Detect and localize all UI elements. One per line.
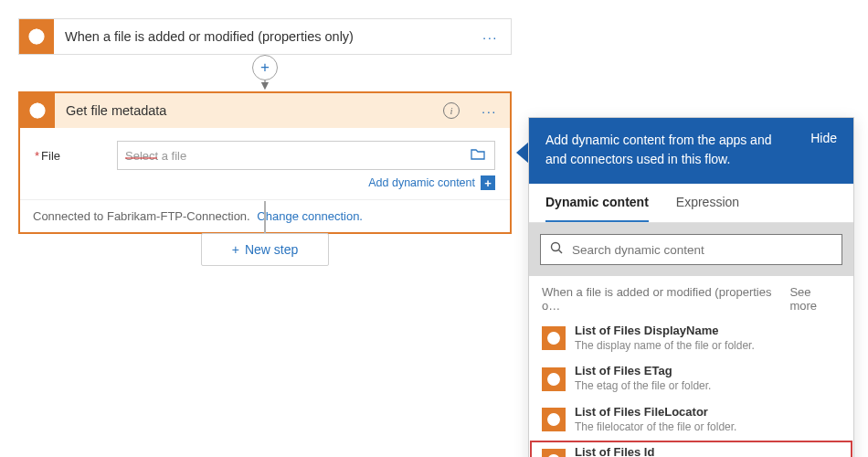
- file-input-container: [117, 141, 495, 170]
- flyout-header: Add dynamic content from the apps and an…: [529, 118, 853, 184]
- token-item-etag[interactable]: List of Files ETag The etag of the file …: [529, 358, 853, 399]
- connector-line: [264, 201, 266, 238]
- token-item-displayname[interactable]: List of Files DisplayName The display na…: [529, 318, 853, 358]
- hide-flyout-link[interactable]: Hide: [810, 131, 837, 169]
- ftp-connector-icon: [542, 326, 566, 350]
- svg-line-7: [559, 250, 563, 254]
- change-connection-link[interactable]: Change connection.: [257, 209, 363, 223]
- action-title: Get file metadata: [55, 103, 443, 118]
- ftp-connector-icon: [542, 408, 566, 431]
- search-icon: [550, 241, 563, 258]
- search-input[interactable]: [572, 243, 832, 257]
- info-icon[interactable]: i: [443, 102, 460, 119]
- file-field-label: *File: [35, 149, 108, 163]
- add-dynamic-content-link[interactable]: Add dynamic content +: [35, 170, 495, 190]
- ftp-connector-icon: [20, 93, 55, 128]
- tab-expression[interactable]: Expression: [676, 184, 739, 222]
- spellcheck-underline: [125, 157, 157, 159]
- search-container: [529, 223, 853, 276]
- flyout-tabs: Dynamic content Expression: [529, 184, 853, 223]
- trigger-card[interactable]: When a file is added or modified (proper…: [18, 18, 512, 55]
- flyout-pointer: [516, 142, 529, 164]
- token-item-filelocator[interactable]: List of Files FileLocator The filelocato…: [529, 399, 853, 440]
- ftp-connector-icon: [542, 449, 566, 457]
- file-input[interactable]: [125, 149, 469, 163]
- token-item-id[interactable]: List of Files Id The unique id of the fi…: [529, 440, 853, 457]
- add-dynamic-plus-icon: +: [481, 175, 495, 190]
- ftp-connector-icon: [542, 367, 566, 391]
- new-step-button[interactable]: + New step: [201, 233, 329, 266]
- see-more-link[interactable]: See more: [789, 285, 841, 313]
- ftp-connector-icon: [19, 19, 54, 54]
- trigger-title: When a file is added or modified (proper…: [54, 29, 470, 44]
- file-field-row: *File: [35, 141, 495, 170]
- search-box: [540, 234, 842, 265]
- folder-picker-icon[interactable]: [469, 148, 487, 164]
- svg-point-6: [552, 243, 560, 251]
- trigger-menu-button[interactable]: ···: [470, 29, 511, 45]
- action-menu-button[interactable]: ···: [469, 103, 510, 119]
- add-step-button[interactable]: +: [252, 55, 278, 80]
- dynamic-content-flyout: Add dynamic content from the apps and an…: [528, 117, 854, 457]
- tab-dynamic-content[interactable]: Dynamic content: [545, 184, 649, 222]
- action-header[interactable]: Get file metadata i ···: [20, 93, 510, 128]
- plus-icon: +: [232, 242, 239, 257]
- token-section-header: When a file is added or modified (proper…: [529, 276, 853, 318]
